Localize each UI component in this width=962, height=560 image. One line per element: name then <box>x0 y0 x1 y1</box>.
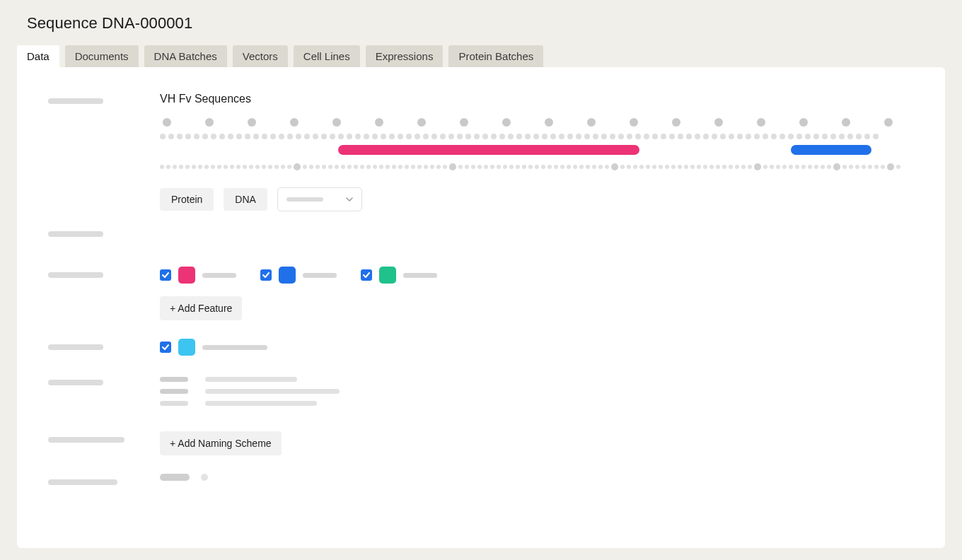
tab-dna-batches[interactable]: DNA Batches <box>144 45 227 67</box>
detail-key-placeholder <box>160 377 188 382</box>
feature-label-placeholder <box>303 273 337 278</box>
feature-checkbox[interactable] <box>160 269 171 281</box>
feature-item-green <box>361 267 437 284</box>
section-details <box>48 374 914 413</box>
sequence-ruler-fine <box>160 163 914 170</box>
detail-key-placeholder <box>160 389 188 394</box>
feature-item-pink <box>160 267 236 284</box>
detail-value-placeholder <box>205 401 317 406</box>
feature-bar-pink[interactable] <box>338 145 639 155</box>
annotation-checkbox[interactable] <box>160 342 171 353</box>
tab-documents[interactable]: Documents <box>65 45 139 67</box>
field-label-placeholder <box>48 98 103 104</box>
add-tag-icon[interactable] <box>201 474 208 481</box>
field-label-placeholder <box>48 272 103 278</box>
sequence-mode-buttons: Protein DNA <box>160 187 914 211</box>
detail-value-placeholder <box>205 377 297 382</box>
feature-label-placeholder <box>202 273 236 278</box>
color-swatch-green <box>379 267 396 284</box>
detail-row <box>160 389 914 394</box>
field-label-placeholder <box>48 380 103 385</box>
tab-vectors[interactable]: Vectors <box>233 45 288 67</box>
tab-data[interactable]: Data <box>17 45 59 67</box>
field-label-placeholder <box>48 344 103 350</box>
detail-value-placeholder <box>205 389 340 394</box>
feature-checkbox[interactable] <box>361 269 372 281</box>
section-sequences: VH Fv Sequences Protein DNA <box>48 93 914 211</box>
protein-button[interactable]: Protein <box>160 188 214 211</box>
section-heading: VH Fv Sequences <box>160 93 914 105</box>
section-naming-scheme: + Add Naming Scheme <box>48 431 914 455</box>
detail-key-placeholder <box>160 401 188 406</box>
sequence-select[interactable] <box>277 187 362 211</box>
tabs: Data Documents DNA Batches Vectors Cell … <box>17 45 945 67</box>
tab-cell-lines[interactable]: Cell Lines <box>294 45 360 67</box>
color-swatch-pink <box>178 267 195 284</box>
tab-expressions[interactable]: Expressions <box>366 45 444 67</box>
annotation-label-placeholder <box>202 345 267 350</box>
sequence-ruler-major <box>163 118 914 127</box>
feature-checkboxes <box>160 267 914 284</box>
select-placeholder <box>286 197 323 202</box>
field-label-placeholder <box>48 479 117 485</box>
detail-row <box>160 377 914 382</box>
page-title: Sequence DNA-000001 <box>27 14 945 33</box>
detail-row <box>160 401 914 406</box>
section-spacer <box>48 226 914 240</box>
section-annotation <box>48 339 914 356</box>
feature-item-blue <box>260 267 337 284</box>
tag-chip-placeholder[interactable] <box>160 474 190 481</box>
tab-protein-batches[interactable]: Protein Batches <box>448 45 543 67</box>
add-feature-button[interactable]: + Add Feature <box>160 296 242 320</box>
color-swatch-blue <box>279 267 296 284</box>
tag-chips <box>160 474 914 481</box>
field-label-placeholder <box>48 231 103 237</box>
sequence-viz <box>160 118 914 170</box>
feature-bar-blue[interactable] <box>791 145 871 155</box>
add-naming-scheme-button[interactable]: + Add Naming Scheme <box>160 431 282 455</box>
dna-button[interactable]: DNA <box>224 188 267 211</box>
feature-track <box>160 145 914 156</box>
sequence-ruler-minor <box>160 134 914 139</box>
chevron-down-icon <box>346 193 353 206</box>
color-swatch-cyan <box>178 339 195 356</box>
field-label-placeholder <box>48 437 124 443</box>
annotation-item-cyan <box>160 339 914 356</box>
data-panel: VH Fv Sequences Protein DNA <box>17 67 945 548</box>
feature-checkbox[interactable] <box>260 269 272 281</box>
feature-label-placeholder <box>403 273 437 278</box>
section-features: + Add Feature <box>48 267 914 320</box>
section-tags <box>48 474 914 488</box>
page-root: Sequence DNA-000001 Data Documents DNA B… <box>0 0 962 560</box>
